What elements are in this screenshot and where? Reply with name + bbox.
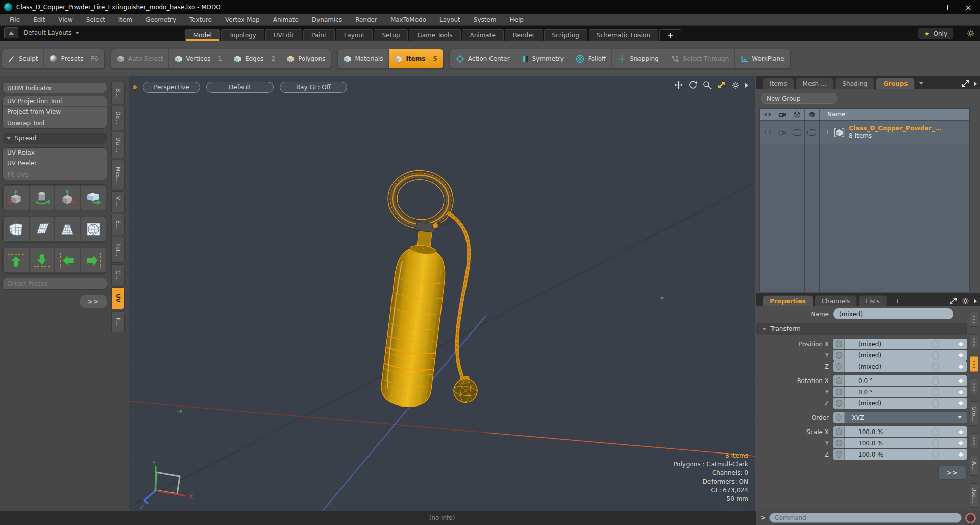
extend-tool-button[interactable] <box>81 186 106 210</box>
menu-maxtomodo[interactable]: MaxToModo <box>384 14 433 26</box>
transform-section-header[interactable]: Transform <box>756 323 967 335</box>
action-center-button[interactable]: Action Center <box>450 49 516 68</box>
menu-item[interactable]: Item <box>112 14 139 26</box>
only-toggle-button[interactable]: ★ Only <box>918 28 953 39</box>
stepper[interactable] <box>954 449 967 460</box>
menu-dynamics[interactable]: Dynamics <box>305 14 349 26</box>
stepper[interactable] <box>954 398 967 409</box>
align-up-button[interactable] <box>4 248 29 272</box>
ray-gl-button[interactable]: Ray GL: Off <box>280 82 347 93</box>
drop-tool-button[interactable] <box>4 186 29 210</box>
pan-icon[interactable] <box>674 81 683 89</box>
rotation-y-field[interactable]: 0.0 ° <box>845 387 954 397</box>
vertical-tab-e[interactable]: E... <box>111 214 125 235</box>
uv-sphere-tool-button[interactable] <box>81 217 106 241</box>
vertical-tab-uv[interactable]: UV <box>111 287 125 309</box>
channel-toggle[interactable] <box>833 438 845 448</box>
panel-handle[interactable] <box>970 433 978 448</box>
tab-scripting[interactable]: Scripting <box>544 29 587 41</box>
tab-overflow-chevron-icon[interactable] <box>919 82 923 85</box>
lock-icon[interactable] <box>932 377 939 385</box>
tab-topology[interactable]: Topology <box>221 29 264 41</box>
channel-toggle[interactable] <box>833 426 845 437</box>
symmetry-button[interactable]: Symmetry <box>516 49 570 68</box>
orient-pieces-button[interactable]: Orient Pieces <box>3 278 107 289</box>
record-macro-icon[interactable] <box>965 513 976 523</box>
project-from-view-button[interactable]: Project from View <box>3 107 107 117</box>
row-render-toggle[interactable] <box>775 129 790 135</box>
view-mode-button[interactable]: Perspective <box>143 82 200 93</box>
vertical-tab-f[interactable]: F... <box>111 311 125 332</box>
menu-render[interactable]: Render <box>349 14 384 26</box>
edges-button[interactable]: Edges 2 <box>228 49 281 68</box>
spread-section-header[interactable]: Spread <box>2 133 107 144</box>
stepper[interactable] <box>954 339 967 349</box>
expand-panel-icon[interactable] <box>962 80 969 87</box>
tab-mesh[interactable]: Mesh ... <box>796 78 834 89</box>
tab-shading[interactable]: Shading <box>835 78 874 89</box>
viewport-menu-dot-icon[interactable] <box>133 85 137 89</box>
row-visibility-toggle[interactable] <box>760 130 775 135</box>
side-tab-groups[interactable]: Gro... <box>970 401 978 426</box>
channel-toggle[interactable] <box>833 361 845 372</box>
add-properties-tab-button[interactable]: + <box>889 296 907 306</box>
vertical-tab-mes[interactable]: Mes... <box>111 160 125 189</box>
side-tab-use[interactable]: Use... <box>970 483 978 508</box>
side-tab-a[interactable]: A... <box>970 456 978 476</box>
menu-texture[interactable]: Texture <box>183 14 218 26</box>
scale-z-field[interactable]: 100.0 % <box>845 449 954 460</box>
fit-uvs-button[interactable]: Fit UVs <box>3 169 107 180</box>
uv-projection-tool-button[interactable]: UV Projection Tool <box>3 96 107 107</box>
tab-uvedit[interactable]: UVEdit <box>265 29 302 41</box>
lock-icon[interactable] <box>932 399 939 408</box>
align-right-button[interactable] <box>81 248 106 272</box>
sidebar-more-button[interactable]: >> <box>80 295 107 308</box>
row-lock-checkbox[interactable] <box>790 129 804 136</box>
menu-animate[interactable]: Animate <box>266 14 305 26</box>
auto-select-button[interactable]: Auto Select <box>111 49 169 68</box>
tab-render[interactable]: Render <box>505 29 543 41</box>
position-y-field[interactable]: (mixed) <box>845 350 954 361</box>
tab-channels[interactable]: Channels <box>815 295 857 306</box>
row-select-checkbox[interactable] <box>804 129 819 136</box>
tab-model[interactable]: Model <box>185 29 220 41</box>
menu-geometry[interactable]: Geometry <box>139 14 183 26</box>
vertical-tab-du[interactable]: Du ... <box>111 132 125 158</box>
vertical-tab-pol[interactable]: Pol... <box>111 237 125 262</box>
uv-trapezoid-tool-button[interactable] <box>55 217 80 241</box>
lock-icon[interactable] <box>932 439 939 447</box>
maximize-button[interactable] <box>933 0 957 14</box>
stepper[interactable] <box>954 350 967 361</box>
viewport-3d-canvas[interactable]: -x -z <box>129 76 755 511</box>
channel-toggle[interactable] <box>833 387 845 397</box>
group-name-block[interactable]: Class_D_Copper_Powder_... 8 Items <box>849 125 942 140</box>
uv-peeler-button[interactable]: UV Peeler <box>3 158 107 169</box>
tab-game-tools[interactable]: Game Tools <box>409 29 460 41</box>
scale-y-field[interactable]: 100.0 % <box>845 438 954 448</box>
tab-schematic-fusion[interactable]: Schematic Fusion <box>589 29 658 41</box>
menu-edit[interactable]: Edit <box>27 14 52 26</box>
channel-toggle[interactable] <box>833 350 845 361</box>
lock-icon[interactable] <box>932 363 939 371</box>
zoom-icon[interactable] <box>703 81 712 89</box>
align-down-button[interactable] <box>30 248 55 272</box>
group-row[interactable]: + Class_D_Copper_Powder_... 8 Items <box>760 120 969 144</box>
close-button[interactable]: × <box>957 0 980 14</box>
tab-paint[interactable]: Paint <box>303 29 335 41</box>
tab-animate[interactable]: Animate <box>462 29 504 41</box>
tab-properties[interactable]: Properties <box>763 295 813 306</box>
tab-groups[interactable]: Groups <box>876 78 915 89</box>
lock-icon[interactable] <box>932 340 939 348</box>
position-z-field[interactable]: (mixed) <box>845 361 954 372</box>
new-group-button[interactable]: New Group <box>761 93 837 104</box>
expand-group-toggle[interactable]: + <box>825 129 830 136</box>
vertical-tab-c[interactable]: C... <box>111 264 125 285</box>
channel-toggle[interactable] <box>833 398 845 409</box>
lock-icon[interactable] <box>932 428 939 436</box>
maximize-viewport-icon[interactable] <box>717 81 726 89</box>
vertices-button[interactable]: Vertices 1 <box>169 49 228 68</box>
align-left-button[interactable] <box>55 248 80 272</box>
channel-toggle[interactable] <box>833 412 845 423</box>
scale-x-field[interactable]: 100.0 % <box>845 426 954 437</box>
viewport-gear-icon[interactable] <box>731 81 740 89</box>
